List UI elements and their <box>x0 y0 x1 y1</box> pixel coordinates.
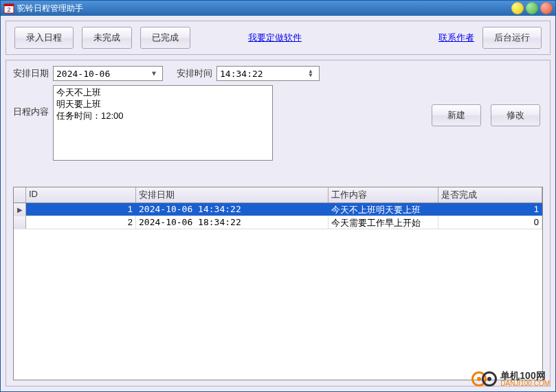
time-label: 安排时间 <box>177 67 212 80</box>
side-buttons: 新建 修改 <box>432 85 543 126</box>
schedule-grid[interactable]: ID 安排日期 工作内容 是否完成 ▶12024-10-06 14:34:22今… <box>13 187 543 380</box>
contact-author-link[interactable]: 联系作者 <box>438 32 474 44</box>
cell-done: 1 <box>438 203 542 216</box>
time-value: 14:34:22 <box>220 69 263 79</box>
logo-text-en: DANJI100.COM <box>500 380 550 387</box>
cell-done: 0 <box>438 216 542 229</box>
table-row[interactable]: ▶12024-10-06 14:34:22今天不上班明天要上班1 <box>14 203 542 216</box>
cell-date: 2024-10-06 14:34:22 <box>136 203 329 216</box>
content-textarea[interactable]: 今天不上班 明天要上班 任务时间：12:00 <box>53 85 273 161</box>
minimize-button[interactable] <box>511 2 524 14</box>
toolbar: 录入日程 未完成 已完成 我要定做软件 联系作者 后台运行 <box>5 21 551 55</box>
cell-work: 今天不上班明天要上班 <box>329 203 438 216</box>
grid-header: ID 安排日期 工作内容 是否完成 <box>14 187 542 203</box>
maximize-button[interactable] <box>526 2 538 14</box>
date-dropdown-icon[interactable]: ▼ <box>148 71 159 76</box>
table-row[interactable]: 22024-10-06 18:34:22今天需要工作早上开始0 <box>14 216 542 229</box>
footer-logo: 单机100网 DANJI100.COM <box>471 371 550 387</box>
app-icon: 2 <box>3 3 14 14</box>
date-input[interactable]: 2024-10-06 ▼ <box>53 66 163 81</box>
content-label: 日程内容 <box>13 85 49 118</box>
row-marker <box>14 216 26 229</box>
cell-work: 今天需要工作早上开始 <box>329 216 438 229</box>
new-button[interactable]: 新建 <box>432 104 481 126</box>
grid-header-marker <box>14 187 26 203</box>
logo-text-cn: 单机100网 <box>500 371 550 380</box>
date-label: 安排日期 <box>13 67 49 80</box>
date-value: 2024-10-06 <box>56 69 110 79</box>
app-window: 2 驼铃日程管理助手 录入日程 未完成 已完成 我要定做软件 联系作者 后台运行… <box>0 0 556 392</box>
content-area: 录入日程 未完成 已完成 我要定做软件 联系作者 后台运行 安排日期 2024-… <box>1 16 555 391</box>
close-button[interactable] <box>540 2 553 14</box>
custom-software-link[interactable]: 我要定做软件 <box>248 32 302 44</box>
incomplete-button[interactable]: 未完成 <box>82 27 132 49</box>
grid-body: ▶12024-10-06 14:34:22今天不上班明天要上班122024-10… <box>14 203 542 380</box>
grid-col-date[interactable]: 安排日期 <box>136 187 329 203</box>
grid-col-done[interactable]: 是否完成 <box>438 187 542 203</box>
time-input[interactable]: 14:34:22 ▲▼ <box>216 66 320 81</box>
svg-text:2: 2 <box>7 6 10 13</box>
logo-icon <box>482 371 497 387</box>
row-marker: ▶ <box>14 203 26 216</box>
window-title: 驼铃日程管理助手 <box>17 3 509 14</box>
main-panel: 安排日期 2024-10-06 ▼ 安排时间 14:34:22 ▲▼ 日程内容 … <box>5 60 551 387</box>
date-time-row: 安排日期 2024-10-06 ▼ 安排时间 14:34:22 ▲▼ <box>13 66 543 81</box>
grid-col-id[interactable]: ID <box>26 187 136 203</box>
complete-button[interactable]: 已完成 <box>140 27 190 49</box>
enter-schedule-button[interactable]: 录入日程 <box>14 27 74 49</box>
cell-id: 1 <box>26 203 136 216</box>
cell-id: 2 <box>26 216 136 229</box>
background-run-button[interactable]: 后台运行 <box>482 27 542 49</box>
grid-col-work[interactable]: 工作内容 <box>329 187 438 203</box>
cell-date: 2024-10-06 18:34:22 <box>136 216 329 229</box>
titlebar[interactable]: 2 驼铃日程管理助手 <box>1 1 555 16</box>
edit-button[interactable]: 修改 <box>491 104 540 126</box>
time-spinner-icon[interactable]: ▲▼ <box>305 69 316 78</box>
content-row: 日程内容 今天不上班 明天要上班 任务时间：12:00 新建 修改 <box>13 85 543 161</box>
